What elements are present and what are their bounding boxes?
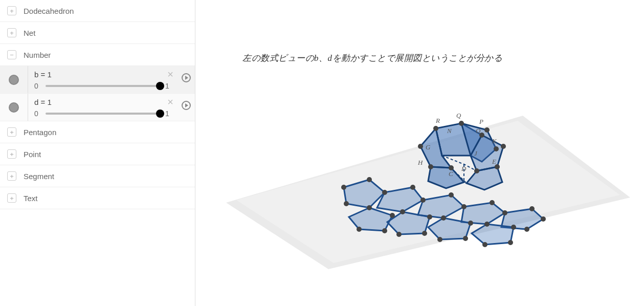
play-button-b[interactable]	[182, 73, 191, 82]
slider-thumb-d[interactable]	[156, 110, 164, 118]
category-label: Segment	[24, 172, 54, 181]
dodecahedron-3d-render	[211, 95, 630, 279]
vertex-label-N: N	[447, 127, 452, 135]
svg-point-25	[474, 168, 479, 173]
visibility-toggle-b[interactable]	[0, 75, 28, 85]
vertex-label-H: H	[418, 159, 423, 167]
vertex-label-O: O	[476, 127, 480, 135]
slider-min-b: 0	[34, 82, 40, 90]
svg-point-50	[508, 240, 513, 245]
vertex-label-D: D	[461, 165, 466, 173]
svg-point-30	[344, 201, 349, 206]
plus-icon: +	[7, 127, 16, 137]
vertex-label-Q: Q	[456, 112, 461, 120]
svg-point-33	[400, 209, 405, 214]
svg-point-43	[390, 213, 395, 218]
category-toggle-dodecahedron[interactable]: + Dodecahedron	[0, 0, 195, 21]
svg-point-52	[427, 214, 432, 220]
vertex-label-J: J	[474, 149, 477, 158]
vertex-label-E: E	[492, 158, 496, 166]
svg-point-37	[490, 200, 495, 205]
visibility-toggle-d[interactable]	[0, 102, 28, 113]
algebra-sidebar: + Dodecahedron + Net − Number × b = 1 0	[0, 0, 195, 306]
plus-icon: +	[7, 171, 16, 181]
category-toggle-text[interactable]: + Text	[0, 187, 195, 209]
play-container-b	[177, 73, 195, 86]
svg-point-29	[367, 205, 372, 210]
svg-point-38	[502, 210, 507, 215]
slider-label-d: d = 1	[34, 98, 171, 106]
slider-body-d: × d = 1 0 1	[28, 94, 177, 121]
svg-point-16	[459, 121, 464, 126]
svg-point-46	[468, 221, 473, 226]
svg-point-39	[484, 222, 490, 227]
slider-control-b: 0 1	[34, 82, 171, 90]
slider-track-d[interactable]	[46, 113, 160, 115]
category-pentagon: + Pentagon	[0, 121, 195, 143]
slider-control-d: 0 1	[34, 110, 171, 118]
svg-point-15	[433, 126, 438, 131]
category-label: Point	[24, 150, 41, 159]
svg-point-28	[382, 190, 387, 195]
vertex-label-C: C	[449, 170, 453, 178]
slider-thumb-b[interactable]	[156, 82, 164, 90]
category-text: + Text	[0, 187, 195, 209]
category-dodecahedron: + Dodecahedron	[0, 0, 195, 22]
minus-icon: −	[7, 50, 16, 59]
delete-d-button[interactable]: ×	[167, 97, 173, 107]
category-label: Dodecahedron	[24, 7, 74, 15]
slider-row-d: × d = 1 0 1	[0, 93, 195, 121]
svg-point-45	[357, 227, 362, 232]
svg-point-49	[511, 225, 516, 230]
slider-max-d: 1	[165, 110, 171, 118]
plus-icon: +	[7, 6, 16, 15]
slider-min-d: 0	[34, 110, 40, 118]
category-point: + Point	[0, 143, 195, 165]
svg-point-18	[484, 127, 490, 133]
category-toggle-net[interactable]: + Net	[0, 22, 195, 43]
svg-point-41	[541, 216, 546, 222]
category-number: − Number × b = 1 0 1	[0, 44, 195, 121]
svg-point-26	[341, 185, 346, 190]
svg-point-32	[420, 198, 426, 203]
delete-b-button[interactable]: ×	[167, 69, 173, 79]
play-button-d[interactable]	[182, 101, 191, 110]
instruction-text: 左の数式ビューのb、dを動かすことで展開図ということが分かる	[242, 52, 624, 64]
vertex-label-G: G	[426, 143, 430, 151]
svg-point-40	[529, 206, 535, 211]
vertex-label-K: K	[492, 137, 497, 145]
svg-point-54	[396, 232, 402, 237]
vertex-label-P: P	[479, 118, 483, 126]
slider-max-b: 1	[165, 82, 171, 90]
svg-point-53	[422, 231, 427, 236]
slider-track-b[interactable]	[46, 85, 160, 87]
svg-point-31	[410, 185, 415, 190]
slider-body-b: × b = 1 0 1	[28, 66, 177, 93]
dot-icon	[9, 102, 19, 113]
plus-icon: +	[7, 149, 16, 159]
svg-point-22	[428, 164, 433, 169]
3d-graphics-view[interactable]: 左の数式ビューのb、dを動かすことで展開図ということが分かる	[195, 0, 644, 306]
svg-point-51	[482, 242, 487, 247]
svg-point-34	[449, 192, 454, 198]
slider-label-b: b = 1	[34, 70, 171, 79]
svg-point-47	[463, 236, 468, 241]
svg-point-36	[441, 215, 446, 221]
category-label: Pentagon	[24, 128, 56, 137]
svg-point-44	[382, 228, 387, 233]
svg-point-27	[367, 177, 372, 182]
plus-icon: +	[7, 193, 16, 203]
svg-point-21	[418, 144, 423, 149]
category-toggle-number[interactable]: − Number	[0, 44, 195, 65]
category-toggle-pentagon[interactable]: + Pentagon	[0, 121, 195, 143]
category-toggle-segment[interactable]: + Segment	[0, 165, 195, 187]
svg-point-42	[524, 227, 529, 232]
category-label: Text	[24, 194, 38, 203]
category-label: Number	[24, 51, 51, 59]
category-segment: + Segment	[0, 165, 195, 187]
category-label: Net	[24, 29, 35, 37]
svg-point-19	[494, 146, 499, 151]
category-toggle-point[interactable]: + Point	[0, 143, 195, 165]
vertex-label-R: R	[436, 117, 440, 125]
svg-point-48	[437, 237, 442, 242]
